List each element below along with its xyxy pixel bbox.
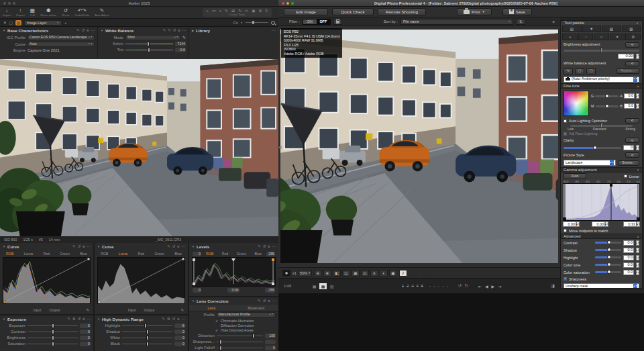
tab-red[interactable]: Red [138, 252, 144, 256]
kelvin-value[interactable]: 7144 [175, 42, 186, 46]
save-button[interactable]: Save [502, 8, 532, 15]
quick-check-button[interactable]: Quick Check [332, 8, 374, 15]
panel-header-icon[interactable]: ✎ [67, 317, 70, 321]
highlight-slider[interactable] [122, 325, 172, 326]
nav-button[interactable]: ⇥ [498, 284, 501, 289]
grid-view-button[interactable]: ▦ [311, 283, 318, 289]
exposure-value[interactable]: 0 [80, 323, 91, 328]
levels-midtone-value[interactable]: 0.00 [227, 288, 239, 293]
rating-button[interactable]: 2 [407, 284, 409, 288]
viewer-tool-button[interactable]: ⊕ [323, 270, 331, 277]
sharpness-falloff-value[interactable] [265, 340, 276, 344]
levels-histogram[interactable] [192, 257, 276, 287]
stepper-icon[interactable]: ▲▼ [605, 221, 608, 227]
tab-rgb[interactable]: RGB [6, 252, 13, 256]
sharpness-mode-dropdown[interactable]: Unsharp mask▲▼ [564, 283, 639, 289]
nav-button[interactable]: ▶ [492, 284, 495, 289]
panel-header-icon[interactable]: ↺ [78, 245, 81, 249]
stepper-icon[interactable]: ▲▼ [636, 54, 639, 59]
disclosure-icon[interactable]: ▼ [101, 29, 103, 32]
fine-tune-b-value[interactable]: 0.0 [624, 103, 635, 109]
toolbar-button[interactable]: ↑ Export [16, 8, 24, 17]
curve-picker-icon[interactable]: ✎ [180, 308, 184, 312]
disclosure-icon[interactable]: ▼ [3, 317, 5, 321]
palette-tab-button[interactable]: ▼ [582, 26, 602, 32]
viewer-tool-button[interactable]: ◰ [361, 270, 369, 277]
edit-image-button[interactable]: Edit Image [284, 8, 328, 15]
midpoint-checkbox[interactable] [564, 229, 567, 232]
fine-tune-ab-slider[interactable] [595, 95, 619, 97]
palette-tab-button[interactable]: ✦ [610, 34, 625, 40]
alo-strength-slider[interactable] [570, 125, 633, 127]
palette-tab-button[interactable]: ▧ [622, 26, 641, 32]
panel-header-icon[interactable]: ✎ [72, 245, 76, 249]
light-falloff-value[interactable]: 0 [265, 346, 276, 350]
panel-header-icon[interactable]: ✎ [76, 29, 80, 33]
nav-button[interactable]: ◀ [485, 284, 488, 289]
panel-header-icon[interactable]: ⋯ [272, 299, 276, 303]
cursor-tool-icon[interactable]: ⊕ [258, 9, 262, 13]
panel-header-icon[interactable]: ✎ [258, 299, 261, 303]
chevron-down-icon[interactable]: ▼ [636, 21, 639, 25]
sharpness-checkbox[interactable] [564, 277, 567, 281]
advanced-slider-value[interactable]: 0.0 [623, 240, 634, 246]
brightness-reset-button[interactable]: ⟲ [625, 42, 639, 48]
tab-red[interactable]: Red [43, 252, 50, 256]
window-close-button[interactable] [282, 2, 284, 5]
shadow-slider[interactable] [122, 332, 172, 332]
panel-header-icon[interactable]: ⚙ [72, 317, 76, 321]
profile-dropdown[interactable]: Manufacturer Profile▲▼ [217, 312, 276, 317]
rotate-button[interactable]: ↻ [465, 283, 468, 289]
panel-header-icon[interactable]: ≡ [87, 29, 89, 33]
kelvin-slider[interactable] [125, 44, 173, 44]
palette-tab-button[interactable]: ⚙ [625, 34, 641, 40]
toolbar-button[interactable]: ⚉ Share online [40, 8, 56, 17]
advanced-section-header[interactable]: Advanced▲ [561, 234, 642, 239]
disclosure-icon[interactable]: ▶ [192, 29, 194, 32]
levels-highlight-value[interactable]: 255 [265, 288, 275, 293]
output-label[interactable]: Output [49, 308, 60, 312]
curve-graph[interactable] [97, 257, 185, 304]
levels-shadow-value[interactable]: 0 [193, 288, 201, 293]
cursor-tool-icon[interactable]: ✎ [225, 9, 228, 13]
cursor-tool-icon[interactable]: ◉ [252, 9, 255, 13]
sort-dropdown[interactable]: File name▼ [400, 19, 513, 25]
levels-min-value[interactable]: 0 [193, 252, 201, 256]
cursor-tool-icon[interactable]: ⌖ [219, 9, 221, 13]
advanced-slider[interactable] [595, 256, 621, 258]
panel-header-icon[interactable]: ≡ [177, 317, 179, 321]
input-label[interactable]: Input [34, 308, 42, 312]
panel-header-icon[interactable]: ⋯ [272, 29, 276, 33]
stepper-icon[interactable]: ▲▼ [576, 221, 580, 227]
disclosure-icon[interactable]: ▼ [3, 29, 5, 32]
panel-header-icon[interactable]: ✎ [258, 245, 261, 249]
color-label-dot[interactable]: ● [438, 285, 439, 288]
disclosure-icon[interactable]: ▼ [192, 299, 195, 303]
eyedropper-icon[interactable]: ✎ [182, 36, 186, 40]
saturation-value[interactable]: 0 [80, 342, 91, 346]
input-label[interactable]: Input [128, 308, 136, 312]
tab-green[interactable]: Green [60, 252, 70, 256]
black-slider[interactable] [122, 344, 172, 344]
cursor-tool-icon[interactable]: ≡ [265, 9, 268, 13]
rating-button[interactable]: 4 [417, 284, 419, 288]
palette-tab-button[interactable]: ◔ [578, 34, 594, 40]
gamma-histogram[interactable] [563, 183, 640, 221]
color-wheel[interactable] [564, 91, 589, 116]
distortion-value[interactable]: 100 [265, 334, 276, 338]
palette-tab-button[interactable]: ▱ [594, 34, 609, 40]
pin-icon[interactable]: ◆ [552, 19, 555, 23]
tab-blue[interactable]: Blue [175, 252, 182, 256]
brightness-slider[interactable] [564, 50, 639, 52]
viewer-tool-button[interactable]: ▦ [352, 270, 360, 277]
stepper-icon[interactable]: ▲▼ [637, 221, 640, 227]
cursor-tool-icon[interactable]: ✂ [245, 9, 248, 13]
tab-lens[interactable]: Lens [189, 306, 234, 310]
gamma-auto-button[interactable]: Auto [564, 173, 586, 179]
exposure-slider[interactable] [28, 325, 78, 326]
tab-rgb[interactable]: RGB [101, 252, 108, 256]
panel-header-icon[interactable]: ≡ [177, 245, 179, 249]
wb-eyedropper-button[interactable]: ✎ [564, 68, 573, 74]
face-lighting-checkbox[interactable] [564, 132, 567, 136]
black-value[interactable]: 0 [174, 342, 185, 346]
